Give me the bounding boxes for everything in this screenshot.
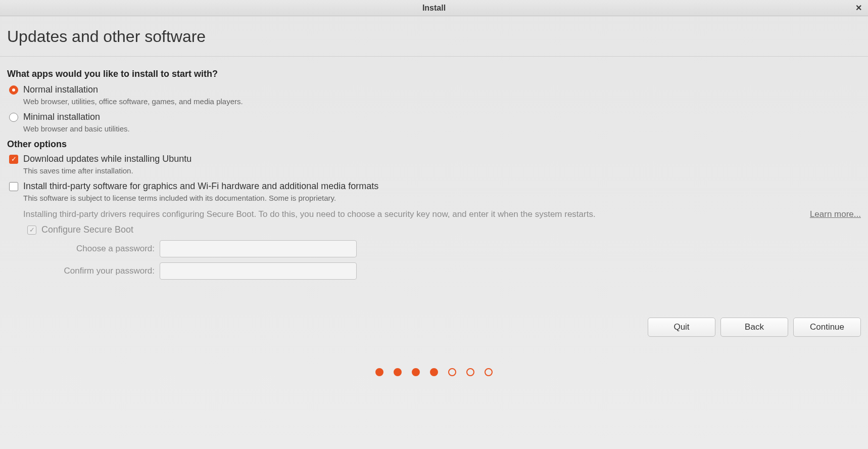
progress-dot bbox=[485, 368, 493, 376]
install-apps-question: What apps would you like to install to s… bbox=[7, 69, 861, 79]
close-icon[interactable]: ✕ bbox=[855, 3, 862, 13]
check-third-party-desc: This software is subject to license term… bbox=[23, 194, 861, 202]
progress-dot bbox=[412, 368, 420, 376]
radio-normal-desc: Web browser, utilities, office software,… bbox=[23, 97, 861, 106]
secure-boot-block: Configure Secure Boot Choose a password:… bbox=[27, 224, 861, 280]
progress-dot bbox=[430, 368, 438, 376]
check-download-updates-desc: This saves time after installation. bbox=[23, 166, 861, 175]
page-title: Updates and other software bbox=[7, 27, 861, 46]
continue-button[interactable]: Continue bbox=[793, 318, 861, 337]
titlebar: Install ✕ bbox=[0, 0, 868, 16]
window-title: Install bbox=[422, 4, 446, 13]
quit-button[interactable]: Quit bbox=[648, 318, 715, 337]
progress-dot bbox=[394, 368, 402, 376]
radio-minimal-desc: Web browser and basic utilities. bbox=[23, 124, 861, 133]
progress-dots bbox=[375, 368, 493, 376]
progress-dot bbox=[466, 368, 474, 376]
progress-dot bbox=[375, 368, 383, 376]
check-configure-secure-boot: Configure Secure Boot bbox=[27, 224, 861, 235]
radio-label: Minimal installation bbox=[23, 112, 100, 122]
confirm-password-row: Confirm your password: bbox=[43, 262, 861, 280]
page-header: Updates and other software bbox=[0, 16, 868, 57]
check-download-updates[interactable]: Download updates while installing Ubuntu bbox=[9, 154, 861, 164]
check-third-party[interactable]: Install third-party software for graphic… bbox=[9, 181, 861, 192]
radio-icon bbox=[9, 85, 18, 95]
radio-label: Normal installation bbox=[23, 84, 98, 95]
checkbox-icon bbox=[9, 155, 18, 164]
radio-minimal-installation[interactable]: Minimal installation bbox=[9, 112, 861, 122]
confirm-password-label: Confirm your password: bbox=[43, 266, 155, 276]
radio-icon bbox=[9, 113, 18, 122]
content-area: What apps would you like to install to s… bbox=[0, 57, 868, 280]
progress-dot bbox=[448, 368, 456, 376]
confirm-password-input bbox=[160, 262, 357, 280]
checkbox-label: Configure Secure Boot bbox=[41, 224, 133, 235]
back-button[interactable]: Back bbox=[720, 318, 788, 337]
checkbox-label: Download updates while installing Ubuntu bbox=[23, 154, 191, 164]
other-options-header: Other options bbox=[7, 139, 861, 150]
secure-boot-note-text: Installing third-party drivers requires … bbox=[23, 209, 596, 219]
radio-normal-installation[interactable]: Normal installation bbox=[9, 84, 861, 95]
checkbox-icon bbox=[9, 182, 18, 191]
choose-password-input bbox=[160, 240, 357, 257]
checkbox-icon bbox=[27, 226, 36, 235]
choose-password-label: Choose a password: bbox=[43, 244, 155, 254]
button-bar: Quit Back Continue bbox=[648, 318, 861, 337]
secure-boot-note: Installing third-party drivers requires … bbox=[23, 209, 861, 219]
checkbox-label: Install third-party software for graphic… bbox=[23, 181, 378, 192]
learn-more-link[interactable]: Learn more... bbox=[810, 209, 861, 219]
choose-password-row: Choose a password: bbox=[43, 240, 861, 257]
